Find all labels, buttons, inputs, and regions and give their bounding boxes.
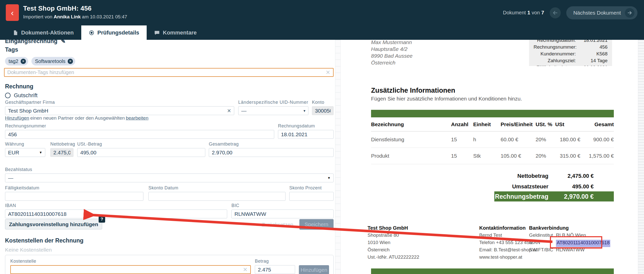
col-einheit: Einheit [473, 117, 501, 131]
info-row-clipped: Rechnungsdatum: 18.01.2021 [534, 40, 608, 44]
recipient-street: Hauptsraße 4/2 [371, 46, 413, 52]
tag-chip-list: tag2 ✕ Softwaretools ✕ [5, 57, 75, 65]
tags-input[interactable]: Dokumenten-Tags hinzufügen ✕ [4, 68, 334, 77]
document-scrollbar[interactable] [638, 40, 644, 274]
footer-bank-column: Bankverbindung Geldinstitut RLB NÖ Wien … [529, 225, 610, 254]
skonto-percent-input[interactable] [289, 192, 334, 201]
reset-button[interactable]: Zurücksetzen [262, 222, 293, 228]
previous-document-button[interactable] [550, 7, 561, 18]
net-amount-label: Nettobetrag [50, 142, 73, 147]
remove-tag-icon[interactable]: ✕ [68, 59, 73, 64]
clear-cost-center-icon[interactable]: ✕ [243, 266, 248, 273]
total-amount-field: Gesamtbetrag 2.970,00 [209, 142, 334, 157]
tab-kommentare[interactable]: Kommentare [147, 25, 204, 40]
line-items-table: Bezeichnung Anzahl Einheit Preis/Einheit… [371, 117, 614, 164]
net-amount-box: 2.475,00 [50, 148, 73, 157]
recipient-address: Max Mustermann Hauptsraße 4/2 8990 Bad A… [371, 40, 413, 66]
clear-tags-input-icon[interactable]: ✕ [326, 69, 330, 76]
pay-status-select[interactable]: — ▼ [5, 174, 334, 182]
invoice-number-input[interactable]: 456 [5, 130, 274, 139]
footer-line: Bernd Test [479, 232, 537, 240]
vat-amount-value: 495,00 [80, 150, 96, 156]
clear-partner-icon[interactable]: ✕ [227, 108, 231, 114]
info-row: Zahlungsziel: 14 Tage [534, 57, 608, 64]
skonto-date-label: Skonto Datum [148, 185, 286, 191]
cell: 1,575.00 € [580, 148, 614, 164]
cell: 15 [451, 148, 473, 164]
remove-tag-icon[interactable]: ✕ [21, 59, 26, 64]
cell: 900.00 € [580, 131, 614, 148]
total-amount-value: 2.970,00 [212, 150, 232, 156]
tags-input-placeholder: Dokumenten-Tags hinzufügen [7, 70, 74, 75]
next-document-button[interactable]: Nächstes Dokument [566, 6, 637, 19]
pager-total: 7 [541, 10, 544, 15]
additional-info-subtitle: Fügen Sie hier zusätzliche Informationen… [371, 96, 522, 102]
document-type-row: Eingangsrechnung ✎ [5, 40, 66, 45]
pay-status-value: — [8, 175, 13, 181]
total-amount-input[interactable]: 2.970,00 [209, 148, 334, 157]
save-button[interactable]: Speichern [299, 219, 334, 230]
iban-input[interactable]: AT802011140310007618 [5, 210, 227, 218]
invoice-number-field: Rechnungsnummer 456 [5, 123, 274, 139]
form-panel-scrollbar[interactable] [335, 40, 341, 274]
gutschrift-row: Gutschrift [5, 92, 37, 99]
document-title: Test Shop GmbH: 456 [23, 5, 127, 12]
invoice-date-label: Rechnungsdatum [278, 123, 334, 129]
total-amount-label: Gesamtbetrag [209, 142, 334, 147]
recipient-city: 8990 Bad Aussee [371, 52, 413, 59]
due-date-label: Fälligkeitsdatum [5, 185, 143, 191]
tag-chip-label: tag2 [9, 58, 18, 64]
info-label: Zahlungsziel: [548, 58, 576, 63]
partner-input[interactable]: Test Shop GmbH ✕ [5, 106, 234, 115]
uid-label: Länderspezifische UID-Nummer [238, 100, 308, 105]
gutschrift-radio[interactable] [5, 93, 11, 98]
footer-line: Email: B.Test@test-shop.at [479, 247, 537, 254]
cost-center-label: Kostenstelle [10, 259, 251, 264]
currency-select[interactable]: EUR ▼ [5, 148, 45, 157]
due-date-input[interactable] [5, 192, 143, 201]
help-badge[interactable]: ? [99, 216, 105, 223]
invoice-date-input[interactable]: 18.01.2021 [278, 130, 334, 139]
partner-value: Test Shop GmbH [8, 108, 48, 114]
pay-status-label: Bezahlstatus [5, 167, 334, 172]
cell: Produkt [371, 148, 451, 164]
bic-input[interactable]: RLNWATWW [231, 210, 334, 218]
tab-pruefungsdetails[interactable]: Prüfungsdetails [81, 25, 147, 40]
uid-select[interactable]: — ▾ [238, 106, 308, 115]
skonto-percent-field: Skonto Prozent [289, 185, 334, 201]
skonto-percent-label: Skonto Prozent [289, 185, 334, 191]
edit-pencil-icon[interactable]: ✎ [61, 40, 65, 45]
recipient-country: Österreich [371, 59, 413, 66]
info-row: Kundennummer: K568 [534, 50, 608, 57]
back-button[interactable]: ‹ [6, 4, 19, 21]
vat-amount-input[interactable]: 495,00 [77, 148, 205, 157]
highlighted-iban-value[interactable]: AT802011140310007618 [556, 240, 610, 247]
document-icon [13, 30, 18, 36]
document-type-label: Eingangsrechnung [5, 40, 57, 45]
cost-center-input[interactable]: ✕ [10, 265, 251, 274]
payment-preset-button[interactable]: Zahlungsvoreinstellung hinzufügen [5, 219, 102, 229]
edit-partner-link[interactable]: bearbeiten [126, 115, 148, 121]
total-net-row: Nettobetrag 2,475.00 € [494, 173, 614, 179]
invoice-date-field: Rechnungsdatum 18.01.2021 [278, 123, 334, 139]
add-partner-link[interactable]: Hinzufügen [5, 115, 29, 121]
betrag-label: Betrag [255, 259, 295, 264]
header-bar: ‹ Test Shop GmbH: 456 Importiert vonAnni… [0, 0, 644, 25]
skonto-date-input[interactable] [148, 192, 286, 201]
betrag-input[interactable]: 2.475 [255, 265, 295, 274]
betrag-field: Betrag 2.475 [255, 259, 295, 274]
header-titles: Test Shop GmbH: 456 Importiert vonAnnika… [23, 5, 127, 20]
pager-prefix: Dokument [503, 10, 526, 15]
add-cost-center-button[interactable]: Hinzufügen [299, 265, 329, 274]
bank-label: IBAN [529, 240, 556, 247]
invoice-number-label: Rechnungsnummer [5, 123, 274, 129]
cost-center-field: Kostenstelle ✕ [10, 259, 251, 274]
tab-label: Prüfungsdetails [97, 29, 139, 36]
payment-preset-label: Zahlungsvoreinstellung hinzufügen [9, 221, 98, 227]
reset-label: Zurücksetzen [262, 222, 293, 227]
footer-green-bar [371, 268, 614, 274]
rechnung-heading: Rechnung [5, 83, 33, 90]
tab-dokument-aktionen[interactable]: Dokument-Aktionen [5, 25, 81, 40]
tag-chip: Softwaretools ✕ [31, 57, 75, 65]
tab-bar: Dokument-Aktionen Prüfungsdetails Kommen… [0, 25, 644, 40]
